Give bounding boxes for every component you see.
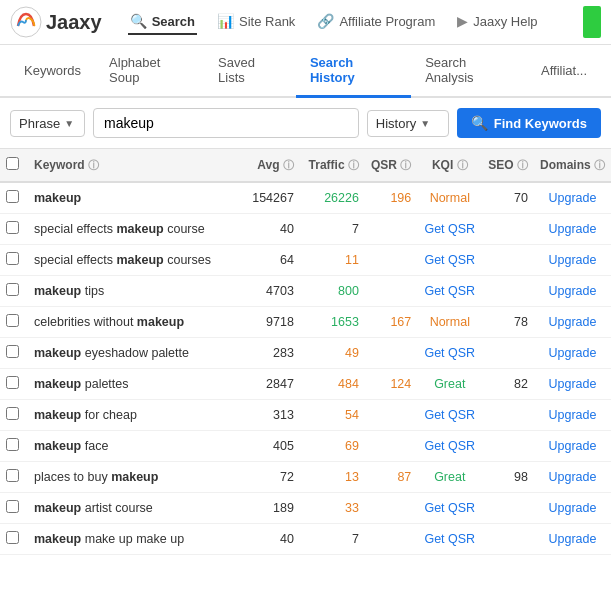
- tab-alphabet-soup[interactable]: Alphabet Soup: [95, 45, 204, 98]
- keyword-suffix: course: [164, 222, 205, 236]
- row-checkbox[interactable]: [6, 314, 19, 327]
- nav-search[interactable]: 🔍 Search: [128, 9, 197, 35]
- domains-cell[interactable]: Upgrade: [534, 431, 611, 462]
- domains-cell[interactable]: Upgrade: [534, 307, 611, 338]
- logo[interactable]: Jaaxy: [10, 6, 102, 38]
- kqi-cell[interactable]: Get QSR: [417, 214, 482, 245]
- history-dropdown[interactable]: History ▼: [367, 110, 449, 137]
- avg-info-icon: ⓘ: [283, 159, 294, 171]
- row-checkbox[interactable]: [6, 221, 19, 234]
- traffic-cell: 49: [300, 338, 365, 369]
- keyword-cell: makeup for cheap: [28, 400, 235, 431]
- keyword-match: makeup: [34, 377, 81, 391]
- kqi-cell[interactable]: Get QSR: [417, 245, 482, 276]
- tab-saved-lists-label: Saved Lists: [218, 55, 255, 85]
- avg-cell: 189: [235, 493, 300, 524]
- tab-search-history[interactable]: Search History: [296, 45, 411, 98]
- seo-cell: 82: [482, 369, 534, 400]
- avg-cell: 2847: [235, 369, 300, 400]
- nav-help-label: Jaaxy Help: [473, 14, 537, 29]
- row-checkbox[interactable]: [6, 376, 19, 389]
- row-checkbox[interactable]: [6, 407, 19, 420]
- kqi-info-icon: ⓘ: [457, 159, 468, 171]
- select-all-checkbox[interactable]: [6, 157, 19, 170]
- keyword-match: makeup: [116, 253, 163, 267]
- seo-cell: [482, 214, 534, 245]
- domains-cell[interactable]: Upgrade: [534, 493, 611, 524]
- header-kqi: KQI ⓘ: [417, 149, 482, 182]
- row-checkbox[interactable]: [6, 190, 19, 203]
- domains-cell[interactable]: Upgrade: [534, 400, 611, 431]
- kqi-cell[interactable]: Get QSR: [417, 400, 482, 431]
- kqi-cell[interactable]: Get QSR: [417, 338, 482, 369]
- keyword-search-input[interactable]: [93, 108, 359, 138]
- seo-cell: [482, 431, 534, 462]
- kqi-cell[interactable]: Get QSR: [417, 524, 482, 555]
- kqi-cell[interactable]: Get QSR: [417, 276, 482, 307]
- keyword-prefix: places to buy: [34, 470, 111, 484]
- header-traffic: Traffic ⓘ: [300, 149, 365, 182]
- kqi-cell[interactable]: Get QSR: [417, 431, 482, 462]
- tab-affiliate[interactable]: Affiliat...: [527, 53, 601, 91]
- keywords-table: Keyword ⓘ Avg ⓘ Traffic ⓘ QSR ⓘ KQI: [0, 149, 611, 555]
- keyword-match: makeup: [111, 470, 158, 484]
- table-row: places to buy makeup721387Great98Upgrade: [0, 462, 611, 493]
- kqi-cell[interactable]: Get QSR: [417, 493, 482, 524]
- tab-affiliate-label: Affiliat...: [541, 63, 587, 78]
- qsr-cell: 167: [365, 307, 417, 338]
- traffic-cell: 11: [300, 245, 365, 276]
- tab-keywords[interactable]: Keywords: [10, 53, 95, 91]
- nav-site-rank[interactable]: 📊 Site Rank: [215, 9, 297, 35]
- traffic-cell: 1653: [300, 307, 365, 338]
- header-qsr: QSR ⓘ: [365, 149, 417, 182]
- tab-search-analysis[interactable]: Search Analysis: [411, 45, 527, 98]
- keyword-cell: makeup tips: [28, 276, 235, 307]
- keyword-cell: places to buy makeup: [28, 462, 235, 493]
- row-checkbox[interactable]: [6, 531, 19, 544]
- domains-cell[interactable]: Upgrade: [534, 182, 611, 214]
- logo-text: Jaaxy: [46, 11, 102, 34]
- traffic-cell: 54: [300, 400, 365, 431]
- domains-cell[interactable]: Upgrade: [534, 462, 611, 493]
- keyword-suffix: make up make up: [81, 532, 184, 546]
- avg-cell: 154267: [235, 182, 300, 214]
- domains-cell[interactable]: Upgrade: [534, 245, 611, 276]
- row-checkbox[interactable]: [6, 438, 19, 451]
- seo-cell: [482, 493, 534, 524]
- search-bar-row: Phrase ▼ History ▼ 🔍 Find Keywords: [0, 98, 611, 149]
- domains-cell[interactable]: Upgrade: [534, 524, 611, 555]
- avg-cell: 405: [235, 431, 300, 462]
- qsr-info-icon: ⓘ: [400, 159, 411, 171]
- keyword-match: makeup: [137, 315, 184, 329]
- keyword-suffix: face: [81, 439, 108, 453]
- domains-cell[interactable]: Upgrade: [534, 338, 611, 369]
- domains-cell[interactable]: Upgrade: [534, 276, 611, 307]
- qsr-cell: [365, 245, 417, 276]
- row-checkbox[interactable]: [6, 283, 19, 296]
- qsr-cell: [365, 400, 417, 431]
- keyword-suffix: eyeshadow palette: [81, 346, 189, 360]
- find-keywords-button[interactable]: 🔍 Find Keywords: [457, 108, 601, 138]
- green-indicator: [583, 6, 601, 38]
- row-checkbox[interactable]: [6, 469, 19, 482]
- table-row: makeup palettes2847484124Great82Upgrade: [0, 369, 611, 400]
- row-checkbox[interactable]: [6, 252, 19, 265]
- qsr-cell: [365, 214, 417, 245]
- keyword-cell: special effects makeup course: [28, 214, 235, 245]
- row-checkbox[interactable]: [6, 345, 19, 358]
- traffic-cell: 13: [300, 462, 365, 493]
- nav-jaaxy-help[interactable]: ▶ Jaaxy Help: [455, 9, 539, 35]
- nav-affiliate-program[interactable]: 🔗 Affiliate Program: [315, 9, 437, 35]
- tab-search-analysis-label: Search Analysis: [425, 55, 473, 85]
- header-keyword: Keyword ⓘ: [28, 149, 235, 182]
- domains-cell[interactable]: Upgrade: [534, 214, 611, 245]
- domains-cell[interactable]: Upgrade: [534, 369, 611, 400]
- tab-saved-lists[interactable]: Saved Lists: [204, 45, 296, 98]
- keyword-suffix: palettes: [81, 377, 128, 391]
- avg-cell: 72: [235, 462, 300, 493]
- qsr-cell: [365, 431, 417, 462]
- row-checkbox[interactable]: [6, 500, 19, 513]
- qsr-cell: [365, 276, 417, 307]
- avg-cell: 40: [235, 214, 300, 245]
- phrase-dropdown[interactable]: Phrase ▼: [10, 110, 85, 137]
